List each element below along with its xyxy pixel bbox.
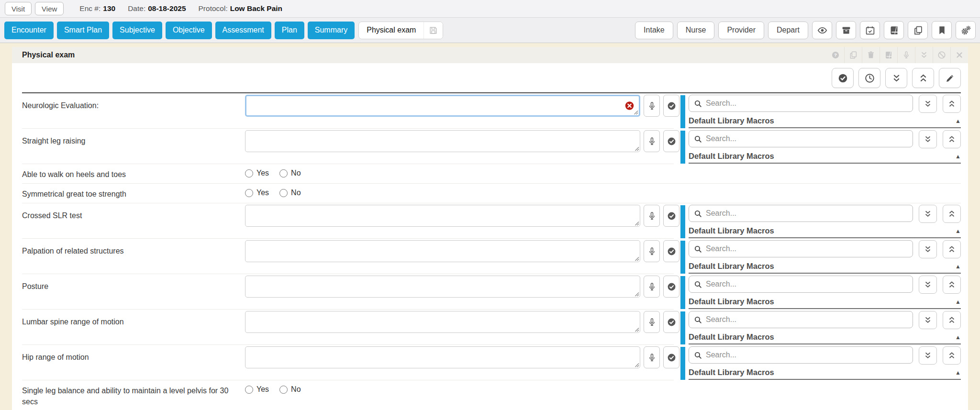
clock-icon-button[interactable] xyxy=(858,68,880,88)
eye-icon-button[interactable] xyxy=(812,21,832,39)
text-input[interactable] xyxy=(245,205,640,227)
save-icon[interactable] xyxy=(423,22,443,39)
macro-group-header[interactable]: Default Library Macros xyxy=(689,260,961,274)
confirm-button[interactable] xyxy=(663,311,679,333)
expand-all-button[interactable] xyxy=(919,346,937,365)
expand-all-button[interactable] xyxy=(919,311,937,329)
pencil-icon-button[interactable] xyxy=(939,68,961,88)
macro-search-input[interactable]: Search... xyxy=(689,205,913,222)
mic-icon-button[interactable] xyxy=(897,47,915,63)
bookmark-icon xyxy=(937,25,947,35)
nav-button-objective[interactable]: Objective xyxy=(166,22,212,39)
mic-button[interactable] xyxy=(644,95,660,117)
cancel-icon-button[interactable] xyxy=(933,47,950,63)
resize-handle[interactable] xyxy=(633,110,638,115)
expand-all-button[interactable] xyxy=(919,130,937,148)
close-icon-button[interactable] xyxy=(950,47,968,63)
stage-button-intake[interactable]: Intake xyxy=(635,22,673,39)
trash-icon-button[interactable] xyxy=(862,47,880,63)
mic-button[interactable] xyxy=(644,130,660,152)
calendar-check-icon-button[interactable] xyxy=(860,21,880,39)
macro-group-header[interactable]: Default Library Macros xyxy=(689,366,961,380)
mic-button[interactable] xyxy=(644,346,660,368)
macro-group-header[interactable]: Default Library Macros xyxy=(689,224,961,238)
double-chevron-down-icon-button[interactable] xyxy=(915,47,933,63)
mic-button[interactable] xyxy=(644,311,660,333)
view-button[interactable]: View xyxy=(35,2,64,15)
resize-handle[interactable] xyxy=(634,146,639,151)
text-input[interactable] xyxy=(245,276,640,298)
resize-handle[interactable] xyxy=(634,256,639,261)
macro-search-input[interactable]: Search... xyxy=(689,311,913,328)
macro-search-input[interactable]: Search... xyxy=(689,276,913,293)
text-input[interactable] xyxy=(245,130,640,152)
visit-button[interactable]: Visit xyxy=(5,2,32,15)
text-input[interactable] xyxy=(245,240,640,262)
collapse-all-button[interactable] xyxy=(943,240,961,258)
macro-group-header[interactable]: Default Library Macros xyxy=(689,295,961,309)
expand-all-button[interactable] xyxy=(919,205,937,223)
book-icon-button[interactable] xyxy=(884,21,904,39)
copy-icon-button[interactable] xyxy=(908,21,928,39)
mic-button[interactable] xyxy=(644,240,660,262)
expand-all-button[interactable] xyxy=(919,276,937,294)
collapse-all-button[interactable] xyxy=(943,205,961,223)
confirm-button[interactable] xyxy=(663,95,679,117)
check-circle-icon-button[interactable] xyxy=(832,68,854,88)
radio-option-no[interactable]: No xyxy=(279,169,301,177)
radio-option-yes[interactable]: Yes xyxy=(245,188,269,197)
book-icon-button[interactable] xyxy=(880,47,897,63)
expand-all-button[interactable] xyxy=(919,240,937,258)
expand-all-button[interactable] xyxy=(919,95,937,113)
radio-option-no[interactable]: No xyxy=(279,188,301,197)
macro-search-input[interactable]: Search... xyxy=(689,240,913,257)
confirm-button[interactable] xyxy=(663,240,679,262)
archive-icon-button[interactable] xyxy=(836,21,856,39)
radio-option-no[interactable]: No xyxy=(279,385,301,394)
stage-button-depart[interactable]: Depart xyxy=(768,22,808,39)
mic-button[interactable] xyxy=(644,276,660,298)
resize-handle[interactable] xyxy=(634,327,639,332)
macro-group-header[interactable]: Default Library Macros xyxy=(689,114,961,128)
collapse-all-button[interactable] xyxy=(943,276,961,294)
help-icon-button[interactable]: ? xyxy=(826,47,844,63)
stage-button-provider[interactable]: Provider xyxy=(718,22,764,39)
stage-button-nurse[interactable]: Nurse xyxy=(677,22,715,39)
confirm-button[interactable] xyxy=(663,205,679,227)
confirm-button[interactable] xyxy=(663,130,679,152)
confirm-button[interactable] xyxy=(663,346,679,368)
text-input[interactable] xyxy=(245,95,640,117)
macro-group-header[interactable]: Default Library Macros xyxy=(689,331,961,344)
top-bar: Visit View Enc #:130 Date:08-18-2025 Pro… xyxy=(0,0,980,18)
bookmark-icon-button[interactable] xyxy=(932,21,952,39)
radio-option-yes[interactable]: Yes xyxy=(245,385,269,394)
text-input[interactable] xyxy=(245,311,640,333)
collapse-all-button[interactable] xyxy=(943,130,961,148)
confirm-button[interactable] xyxy=(663,276,679,298)
resize-handle[interactable] xyxy=(634,291,639,297)
macro-panel: Search... Default Library Macros xyxy=(680,346,961,380)
macro-search-input[interactable]: Search... xyxy=(689,95,913,112)
macro-search-input[interactable]: Search... xyxy=(689,130,913,147)
gears-icon-button[interactable] xyxy=(956,21,976,39)
macro-search-input[interactable]: Search... xyxy=(689,346,913,364)
collapse-all-button[interactable] xyxy=(943,311,961,329)
macro-group-header[interactable]: Default Library Macros xyxy=(689,150,961,164)
collapse-all-button[interactable] xyxy=(943,95,961,113)
collapse-all-button[interactable] xyxy=(943,346,961,365)
cancel-icon xyxy=(937,51,946,59)
nav-button-subjective[interactable]: Subjective xyxy=(112,22,162,39)
copy-icon-button[interactable] xyxy=(844,47,862,63)
mic-button[interactable] xyxy=(644,205,660,227)
resize-handle[interactable] xyxy=(634,362,639,367)
radio-option-yes[interactable]: Yes xyxy=(245,169,269,177)
nav-button-smart-plan[interactable]: Smart Plan xyxy=(57,22,109,39)
nav-button-assessment[interactable]: Assessment xyxy=(215,22,271,39)
double-chevron-up-icon-button[interactable] xyxy=(912,68,934,88)
nav-button-summary[interactable]: Summary xyxy=(308,22,355,39)
nav-button-encounter[interactable]: Encounter xyxy=(4,22,54,39)
resize-handle[interactable] xyxy=(634,221,639,226)
text-input[interactable] xyxy=(245,346,640,368)
nav-button-plan[interactable]: Plan xyxy=(275,22,304,39)
double-chevron-down-icon-button[interactable] xyxy=(885,68,907,88)
